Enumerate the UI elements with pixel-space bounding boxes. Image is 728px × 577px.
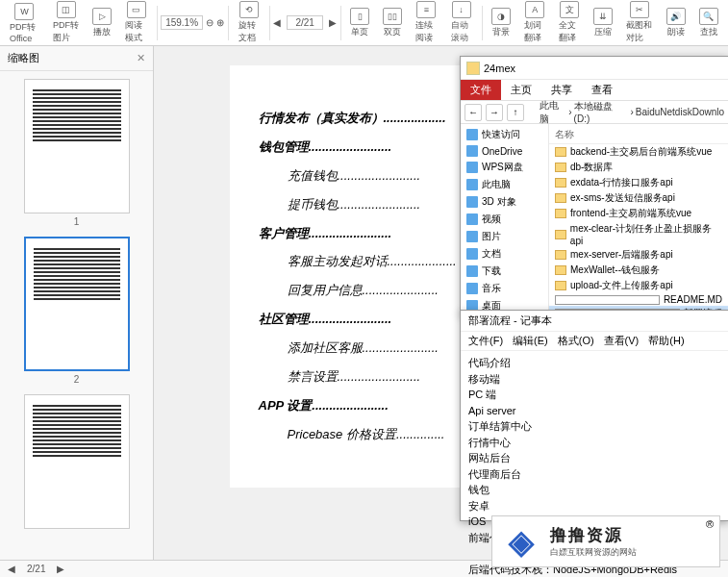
file-item[interactable]: exdata-行情接口服务api	[549, 175, 728, 190]
menu-format[interactable]: 格式(O)	[558, 334, 594, 348]
thumbnail-sidebar: 缩略图 ✕ 12	[0, 46, 154, 560]
folder-icon	[555, 163, 566, 172]
auto-scroll-button[interactable]: ↓自动滚动	[445, 0, 478, 46]
find-button[interactable]: 🔍查找	[693, 6, 724, 40]
up-button[interactable]: ↑	[507, 104, 524, 121]
tab-view[interactable]: 查看	[582, 80, 622, 100]
background-button[interactable]: ◑背景	[486, 6, 516, 40]
nav-item[interactable]: 图片	[461, 228, 548, 245]
doc-icon	[466, 248, 478, 260]
menu-file[interactable]: 文件(F)	[468, 334, 503, 348]
status-prev-icon[interactable]: ◀	[8, 564, 15, 574]
star-icon	[466, 129, 478, 140]
next-page-icon[interactable]: ▶	[329, 17, 337, 28]
file-icon	[555, 295, 660, 305]
folder-icon	[555, 209, 566, 218]
file-item[interactable]: README.MD	[549, 293, 728, 306]
breadcrumb[interactable]: 此电脑 › 本地磁盘 (D:) › BaiduNetdiskDownlo	[528, 99, 724, 126]
nav-item[interactable]: 3D 对象	[461, 193, 548, 211]
pc-icon	[466, 179, 478, 190]
pdf-to-image-button[interactable]: ◫PDF转图片	[47, 0, 86, 46]
nav-item[interactable]: 下载	[461, 263, 548, 280]
forward-button[interactable]: →	[486, 104, 503, 121]
nav-item[interactable]: OneDrive	[461, 143, 548, 159]
zoom-value[interactable]: 159.1%	[161, 15, 203, 30]
file-explorer-window[interactable]: 24mex 文件 主页 共享 查看 ← → ↑ 此电脑 › 本地磁盘 (D:) …	[460, 56, 728, 315]
file-item[interactable]: mex-clear-计划任务止盈止损服务api	[549, 221, 728, 247]
thumbnail[interactable]: 1	[24, 79, 130, 227]
nav-item[interactable]: 此电脑	[461, 176, 548, 193]
pdf-to-office-button[interactable]: WPDF转Office	[4, 1, 45, 45]
folder-icon	[466, 62, 480, 75]
menu-edit[interactable]: 编辑(E)	[513, 334, 548, 348]
status-page: 2/21	[27, 564, 45, 574]
folder-icon	[555, 265, 566, 275]
tab-file[interactable]: 文件	[461, 80, 501, 100]
folder-icon	[555, 230, 566, 239]
thumbnail[interactable]	[24, 394, 130, 529]
menu-help[interactable]: 帮助(H)	[648, 334, 684, 348]
prev-page-icon[interactable]: ◀	[273, 17, 281, 28]
nav-item[interactable]: WPS网盘	[461, 159, 548, 176]
notepad-window[interactable]: 部署流程 - 记事本 文件(F) 编辑(E) 格式(O) 查看(V) 帮助(H)…	[460, 310, 728, 521]
file-item[interactable]: MexWallet--钱包服务	[549, 263, 728, 278]
translate-sel-button[interactable]: A划词翻译	[518, 0, 551, 46]
translate-full-button[interactable]: 文全文翻译	[553, 0, 586, 46]
single-page-button[interactable]: ▯单页	[344, 6, 375, 40]
folder-icon	[555, 193, 566, 203]
thumbnail[interactable]: 2	[24, 237, 130, 385]
image-icon	[466, 231, 478, 242]
brand-name: 撸撸资源	[550, 524, 637, 546]
cloud-icon	[466, 145, 478, 157]
close-icon[interactable]: ✕	[137, 52, 145, 64]
folder-icon	[528, 108, 538, 117]
nav-item[interactable]: 快速访问	[461, 126, 548, 143]
registered-mark: ®	[706, 518, 714, 530]
notepad-title: 部署流程 - 记事本	[461, 311, 728, 332]
file-item[interactable]: backend-主交易后台前端系统vue	[549, 144, 728, 160]
brand-logo-icon: ◈	[500, 520, 542, 563]
folder-icon	[555, 281, 566, 290]
file-item[interactable]: upload-文件上传服务api	[549, 278, 728, 293]
folder-icon	[555, 250, 566, 260]
page-indicator[interactable]: 2/21	[287, 15, 322, 30]
double-page-button[interactable]: ▯▯双页	[377, 6, 408, 40]
compress-button[interactable]: ⇊压缩	[588, 6, 618, 40]
read-aloud-button[interactable]: 🔊朗读	[661, 6, 691, 40]
tab-share[interactable]: 共享	[541, 80, 582, 100]
read-mode-button[interactable]: ▭阅读模式	[119, 0, 152, 46]
rotate-button[interactable]: ⟲旋转文档	[233, 0, 265, 46]
main-toolbar: WPDF转Office ◫PDF转图片 ▷播放 ▭阅读模式 159.1% ⊖ ⊕…	[0, 0, 728, 46]
video-icon	[466, 213, 478, 225]
3d-icon	[466, 196, 478, 208]
zoom-out-icon[interactable]: ⊖	[206, 17, 213, 28]
file-item[interactable]: mex-server-后端服务api	[549, 247, 728, 263]
nav-item[interactable]: 视频	[461, 211, 548, 228]
status-next-icon[interactable]: ▶	[57, 564, 64, 574]
play-button[interactable]: ▷播放	[87, 6, 117, 40]
crop-compare-button[interactable]: ✂截图和对比	[620, 0, 659, 46]
explorer-title: 24mex	[484, 63, 515, 74]
folder-icon	[555, 147, 566, 157]
music-icon	[466, 283, 478, 294]
column-header-name[interactable]: 名称	[549, 126, 728, 144]
file-item[interactable]: ex-sms-发送短信服务api	[549, 190, 728, 206]
file-item[interactable]: db-数据库	[549, 160, 728, 175]
back-button[interactable]: ←	[464, 104, 482, 121]
download-icon	[466, 265, 478, 277]
folder-icon	[555, 178, 566, 188]
menu-view[interactable]: 查看(V)	[604, 334, 640, 348]
zoom-in-icon[interactable]: ⊕	[216, 17, 224, 28]
nav-item[interactable]: 音乐	[461, 280, 548, 297]
brand-slogan: 白嫖互联网资源的网站	[550, 546, 637, 559]
sidebar-title: 缩略图	[8, 51, 39, 65]
tab-home[interactable]: 主页	[501, 80, 541, 100]
continuous-button[interactable]: ≡连续阅读	[410, 0, 442, 46]
nav-item[interactable]: 文档	[461, 245, 548, 263]
watermark-badge: ◈ 撸撸资源 白嫖互联网资源的网站 ®	[491, 515, 720, 567]
wps-icon	[466, 162, 478, 173]
file-item[interactable]: frontend-主交易前端系统vue	[549, 206, 728, 221]
